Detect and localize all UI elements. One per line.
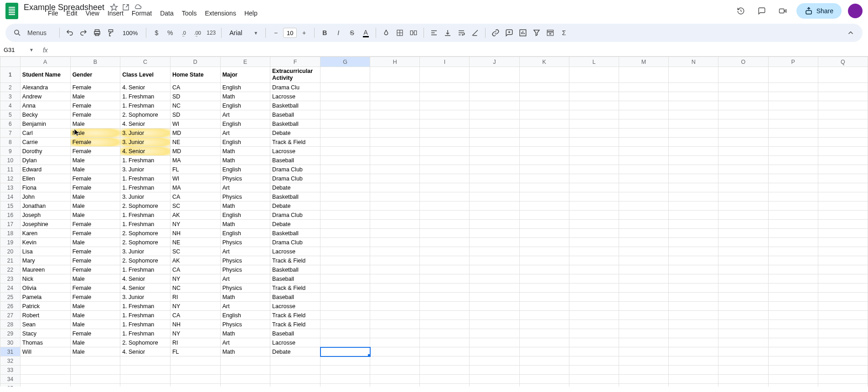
cell-L17[interactable] <box>569 220 619 229</box>
cell-N30[interactable] <box>669 338 718 347</box>
cell-Q6[interactable] <box>818 119 868 129</box>
cell-C25[interactable]: 3. Junior <box>120 293 170 302</box>
cell-L27[interactable] <box>569 311 619 320</box>
cell-K16[interactable] <box>519 211 569 220</box>
cell-I3[interactable] <box>420 92 470 101</box>
cell-L18[interactable] <box>569 229 619 238</box>
cell-G1[interactable] <box>320 67 370 83</box>
cell-J16[interactable] <box>470 211 519 220</box>
cell-G3[interactable] <box>320 92 370 101</box>
cell-K26[interactable] <box>519 302 569 311</box>
cell-E7[interactable]: Art <box>220 129 270 138</box>
cell-P18[interactable] <box>768 229 818 238</box>
insert-comment-button[interactable] <box>503 26 516 39</box>
cell-C6[interactable]: 4. Senior <box>120 119 170 129</box>
cell-L21[interactable] <box>569 256 619 265</box>
cell-B22[interactable]: Female <box>70 265 120 274</box>
cell-M23[interactable] <box>619 274 668 284</box>
fill-color-button[interactable] <box>380 26 393 39</box>
cell-M29[interactable] <box>619 329 668 338</box>
cell-C7[interactable]: 3. Junior <box>120 129 170 138</box>
col-header-D[interactable]: D <box>170 57 220 67</box>
row-header-25[interactable]: 25 <box>0 293 21 302</box>
cell-Q22[interactable] <box>818 265 868 274</box>
cell-L32[interactable] <box>569 356 619 366</box>
cell-O12[interactable] <box>718 174 768 183</box>
cell-Q5[interactable] <box>818 110 868 119</box>
cell-O15[interactable] <box>718 201 768 211</box>
cell-I27[interactable] <box>420 311 470 320</box>
cell-A16[interactable]: Joseph <box>20 211 70 220</box>
cell-G18[interactable] <box>320 229 370 238</box>
cell-M13[interactable] <box>619 183 668 192</box>
cell-E2[interactable]: English <box>220 83 270 92</box>
cell-J29[interactable] <box>470 329 519 338</box>
cell-O3[interactable] <box>718 92 768 101</box>
cell-A4[interactable]: Anna <box>20 101 70 110</box>
cell-K2[interactable] <box>519 83 569 92</box>
cell-J1[interactable] <box>470 67 519 83</box>
cell-H10[interactable] <box>370 156 420 165</box>
row-header-2[interactable]: 2 <box>0 83 21 92</box>
cell-E17[interactable]: Math <box>220 220 270 229</box>
cell-C31[interactable]: 4. Senior <box>120 347 170 356</box>
menu-help[interactable]: Help <box>241 8 261 19</box>
row-header-27[interactable]: 27 <box>0 311 21 320</box>
cell-C3[interactable]: 1. Freshman <box>120 92 170 101</box>
col-header-C[interactable]: C <box>120 57 170 67</box>
cell-O18[interactable] <box>718 229 768 238</box>
cell-K18[interactable] <box>519 229 569 238</box>
row-header-23[interactable]: 23 <box>0 274 21 284</box>
cell-O29[interactable] <box>718 329 768 338</box>
cell-D9[interactable]: MD <box>170 147 220 156</box>
cell-D20[interactable]: SC <box>170 247 220 256</box>
cell-F18[interactable]: Basketball <box>270 229 320 238</box>
cell-H33[interactable] <box>370 366 420 375</box>
cell-O10[interactable] <box>718 156 768 165</box>
cell-A19[interactable]: Kevin <box>20 238 70 247</box>
text-color-button[interactable]: A <box>359 26 372 39</box>
cell-M7[interactable] <box>619 129 668 138</box>
cell-C14[interactable]: 3. Junior <box>120 192 170 201</box>
h-align-button[interactable] <box>428 26 440 39</box>
cell-C18[interactable]: 2. Sophomore <box>120 229 170 238</box>
cell-E19[interactable]: Physics <box>220 238 270 247</box>
cell-G30[interactable] <box>320 338 370 347</box>
cell-I15[interactable] <box>420 201 470 211</box>
cell-J15[interactable] <box>470 201 519 211</box>
cell-B13[interactable]: Female <box>70 183 120 192</box>
cell-Q17[interactable] <box>818 220 868 229</box>
cell-I13[interactable] <box>420 183 470 192</box>
cell-F15[interactable]: Debate <box>270 201 320 211</box>
cell-J28[interactable] <box>470 320 519 329</box>
cell-M9[interactable] <box>619 147 668 156</box>
row-header-16[interactable]: 16 <box>0 211 21 220</box>
cell-F23[interactable]: Baseball <box>270 274 320 284</box>
cell-A25[interactable]: Pamela <box>20 293 70 302</box>
cell-L15[interactable] <box>569 201 619 211</box>
cell-I5[interactable] <box>420 110 470 119</box>
cell-B21[interactable]: Female <box>70 256 120 265</box>
cell-D10[interactable]: MA <box>170 156 220 165</box>
cell-I35[interactable] <box>420 384 470 387</box>
cell-D31[interactable]: FL <box>170 347 220 356</box>
cell-M18[interactable] <box>619 229 668 238</box>
strikethrough-button[interactable]: S <box>346 26 358 39</box>
cell-I30[interactable] <box>420 338 470 347</box>
col-header-H[interactable]: H <box>370 57 420 67</box>
cell-J35[interactable] <box>470 384 519 387</box>
cell-F4[interactable]: Basketball <box>270 101 320 110</box>
col-header-I[interactable]: I <box>420 57 470 67</box>
cell-Q34[interactable] <box>818 375 868 384</box>
cell-J22[interactable] <box>470 265 519 274</box>
sheets-logo[interactable] <box>5 3 18 19</box>
cell-P12[interactable] <box>768 174 818 183</box>
cell-E6[interactable]: English <box>220 119 270 129</box>
share-button[interactable]: Share <box>796 3 842 19</box>
cell-M1[interactable] <box>619 67 668 83</box>
cell-F6[interactable]: Basketball <box>270 119 320 129</box>
cell-Q30[interactable] <box>818 338 868 347</box>
cell-D24[interactable]: NC <box>170 284 220 293</box>
cell-G13[interactable] <box>320 183 370 192</box>
cell-E33[interactable] <box>220 366 270 375</box>
